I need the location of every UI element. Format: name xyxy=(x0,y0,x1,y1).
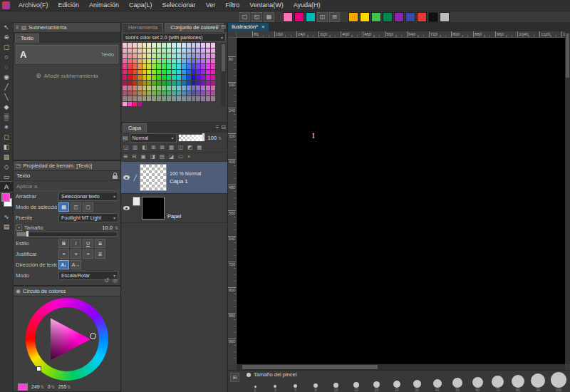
palette-color[interactable] xyxy=(177,86,181,91)
palette-color[interactable] xyxy=(142,43,147,48)
palette-color[interactable] xyxy=(142,53,147,58)
palette-color[interactable] xyxy=(162,64,166,69)
palette-color[interactable] xyxy=(196,70,200,75)
scrollbar-thumb[interactable] xyxy=(566,33,569,78)
palette-color[interactable] xyxy=(182,53,186,58)
palette-color[interactable] xyxy=(192,81,196,86)
palette-color[interactable] xyxy=(157,96,161,101)
spinner-icon[interactable]: ⇅ xyxy=(67,384,71,389)
palette-color[interactable] xyxy=(147,70,151,75)
palette-color[interactable] xyxy=(128,70,132,75)
palette-color[interactable] xyxy=(147,91,151,96)
reference-layer-icon[interactable]: ◫ xyxy=(178,144,183,151)
yellow-swatch[interactable] xyxy=(360,12,370,22)
palette-color[interactable] xyxy=(133,43,137,48)
palette-color[interactable] xyxy=(123,48,127,53)
brush-size-8[interactable]: 8 xyxy=(307,376,324,392)
palette-color[interactable] xyxy=(172,75,176,80)
sv-marker[interactable] xyxy=(90,333,96,339)
new-folder-icon[interactable]: ▣ xyxy=(141,153,146,160)
palette-color[interactable] xyxy=(211,96,215,101)
palette-color[interactable] xyxy=(142,91,147,96)
palette-color[interactable] xyxy=(138,91,142,96)
saturation-value-triangle[interactable] xyxy=(41,314,93,365)
palette-color[interactable] xyxy=(138,102,142,107)
lock-layer-icon[interactable]: ◧ xyxy=(142,144,147,151)
merge-down-icon[interactable]: ▤ xyxy=(160,153,165,160)
palette-color[interactable] xyxy=(142,70,147,75)
hue-ring[interactable] xyxy=(26,298,108,381)
palette-color[interactable] xyxy=(177,59,181,64)
palette-color[interactable] xyxy=(162,53,166,58)
size-slider[interactable] xyxy=(16,232,118,237)
menu-archivo-f[interactable]: Archivo(F) xyxy=(14,0,53,11)
palette-color[interactable] xyxy=(206,53,210,58)
tab-herramienta[interactable]: Herramienta xyxy=(123,23,163,32)
align-center-button[interactable]: ≡ xyxy=(71,249,81,259)
eye-cell[interactable] xyxy=(121,194,131,222)
visibility-eye-icon[interactable] xyxy=(123,175,130,180)
palette-color[interactable] xyxy=(206,43,210,48)
drag-dropdown[interactable]: Seleccionar texto ▾ xyxy=(58,192,118,201)
panel-menu-icon[interactable]: ≡ xyxy=(216,24,219,31)
grid-icon[interactable]: ⊞ xyxy=(329,12,340,22)
palette-color[interactable] xyxy=(128,96,132,101)
create-mask-icon[interactable]: ◪ xyxy=(169,153,174,160)
palette-color[interactable] xyxy=(157,53,161,58)
brush-size-5[interactable]: 5 xyxy=(287,376,304,392)
palette-color[interactable] xyxy=(167,91,171,96)
pink-swatch[interactable] xyxy=(283,12,293,22)
palette-color[interactable] xyxy=(123,86,127,91)
panel-toggle-icon[interactable]: ◫ xyxy=(317,12,328,22)
palette-color[interactable] xyxy=(201,48,205,53)
brush-tool[interactable]: ◆ xyxy=(0,102,13,112)
palette-color[interactable] xyxy=(138,53,142,58)
palette-color[interactable] xyxy=(147,48,151,53)
palette-color[interactable] xyxy=(147,59,151,64)
palette-color[interactable] xyxy=(187,53,191,58)
palette-color[interactable] xyxy=(192,75,196,80)
palette-color[interactable] xyxy=(172,43,176,48)
palette-color[interactable] xyxy=(201,64,205,69)
palette-color[interactable] xyxy=(133,53,137,58)
palette-color[interactable] xyxy=(133,48,137,53)
align-left-button[interactable]: ≡ xyxy=(58,249,69,259)
spinner-icon[interactable]: ⇅ xyxy=(51,384,55,389)
palette-color[interactable] xyxy=(152,75,156,80)
green-swatch[interactable] xyxy=(371,12,381,22)
align-right-button[interactable]: ≡ xyxy=(83,249,93,259)
layer-row-capa-1[interactable]: ╱ 100 % Normal Capa 1 xyxy=(121,162,227,194)
palette-color[interactable] xyxy=(162,59,166,64)
spinner-icon[interactable]: ⇅ xyxy=(218,135,222,140)
palette-color[interactable] xyxy=(157,64,161,69)
palette-color[interactable] xyxy=(162,48,166,53)
panel-dock-icon[interactable]: ▤ xyxy=(21,23,27,32)
palette-color[interactable] xyxy=(157,48,161,53)
ruler-tool[interactable]: ▤ xyxy=(0,222,13,232)
palette-color[interactable] xyxy=(172,96,176,101)
palette-color[interactable] xyxy=(211,81,215,86)
palette-color[interactable] xyxy=(177,81,181,86)
brush-size-100[interactable]: 100 xyxy=(550,376,567,392)
eyedropper-tool[interactable]: ◉ xyxy=(0,72,13,82)
palette-color[interactable] xyxy=(201,53,205,58)
palette-color[interactable] xyxy=(177,43,181,48)
document-tab[interactable]: Ilustración* × xyxy=(228,23,269,31)
horizontal-scrollbar[interactable] xyxy=(237,364,565,370)
palette-color[interactable] xyxy=(172,81,176,86)
palette-color[interactable] xyxy=(172,59,176,64)
palette-color[interactable] xyxy=(133,86,137,91)
palette-color[interactable] xyxy=(138,96,142,101)
selection-new-button[interactable]: ▤ xyxy=(58,202,69,212)
palette-color[interactable] xyxy=(133,91,137,96)
lock-transparency-icon[interactable]: ⊞ xyxy=(151,144,155,151)
strikethrough-button[interactable]: S xyxy=(95,239,105,248)
palette-color[interactable] xyxy=(192,96,196,101)
palette-color[interactable] xyxy=(138,81,142,86)
purple-swatch[interactable] xyxy=(394,12,404,22)
brush-size-70[interactable]: 70 xyxy=(489,376,507,392)
palette-color[interactable] xyxy=(128,81,132,86)
palette-color[interactable] xyxy=(192,43,196,48)
opacity-slider[interactable] xyxy=(178,134,205,142)
palette-color[interactable] xyxy=(142,64,147,69)
